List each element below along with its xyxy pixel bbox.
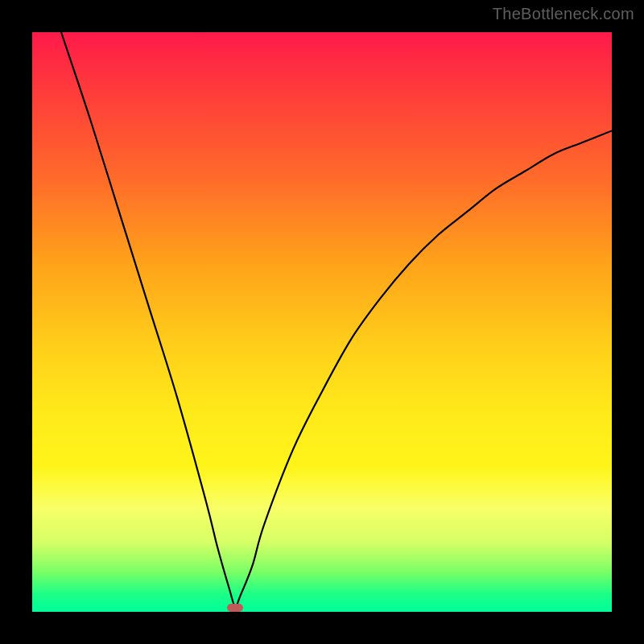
plot-area: [32, 32, 612, 612]
watermark-label: TheBottleneck.com: [493, 5, 634, 23]
chart-frame: TheBottleneck.com: [0, 0, 644, 644]
minimum-marker: [227, 604, 243, 612]
bottleneck-curve: [61, 32, 612, 606]
curve-layer: [32, 32, 612, 612]
